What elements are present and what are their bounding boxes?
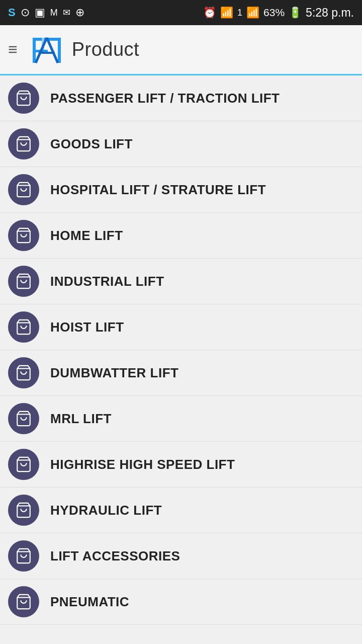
product-item[interactable]: HIGHRISE HIGH SPEED LIFT	[0, 442, 362, 488]
battery-text: 63%	[263, 7, 285, 19]
signal-icon: 📶	[246, 7, 259, 19]
product-item[interactable]: HOSPITAL LIFT / STRATURE LIFT	[0, 167, 362, 213]
product-icon-circle	[8, 220, 39, 251]
product-item[interactable]: LIFT ACCESSORIES	[0, 533, 362, 579]
product-icon-circle	[8, 540, 39, 572]
cart-icon	[15, 593, 32, 610]
product-label: HOME LIFT	[50, 228, 123, 244]
photo-icon: ▣	[35, 6, 45, 19]
product-item[interactable]: GOODS LIFT	[0, 121, 362, 167]
cart-icon	[15, 273, 32, 290]
product-label: MRL LIFT	[50, 411, 112, 427]
status-time: 5:28 p.m.	[306, 6, 354, 20]
product-label: PASSENGER LIFT / TRACTION LIFT	[50, 91, 280, 106]
cart-icon	[15, 135, 32, 152]
cart-icon	[15, 410, 32, 427]
product-icon-circle	[8, 495, 39, 526]
logo-svg	[30, 33, 64, 67]
page-title: Product	[72, 39, 139, 60]
menu-button[interactable]: ≡	[8, 40, 18, 59]
s-icon: S	[8, 6, 16, 19]
product-label: PNEUMATIC	[50, 594, 129, 610]
app-logo	[30, 33, 64, 67]
product-item[interactable]: DUMBWATTER LIFT	[0, 350, 362, 396]
product-icon-circle	[8, 403, 39, 434]
svg-rect-1	[58, 38, 61, 63]
product-icon-circle	[8, 266, 39, 297]
product-label: HIGHRISE HIGH SPEED LIFT	[50, 457, 235, 472]
cart-icon	[15, 318, 32, 336]
sim-icon: 1	[237, 8, 242, 18]
cart-icon	[15, 502, 32, 519]
cart-icon	[15, 456, 32, 473]
cart-icon	[15, 364, 32, 381]
product-item[interactable]: HYDRAULIC LIFT	[0, 488, 362, 533]
cart-icon	[15, 547, 32, 565]
product-item[interactable]: PASSENGER LIFT / TRACTION LIFT	[0, 75, 362, 121]
product-label: HOSPITAL LIFT / STRATURE LIFT	[50, 182, 266, 198]
product-icon-circle	[8, 586, 39, 617]
product-label: GOODS LIFT	[50, 136, 133, 152]
product-item[interactable]: HOIST LIFT	[0, 304, 362, 350]
product-icon-circle	[8, 174, 39, 205]
app-bar: ≡ Product	[0, 25, 362, 75]
svg-line-6	[47, 38, 58, 63]
product-item[interactable]: INDUSTRIAL LIFT	[0, 259, 362, 304]
product-label: DUMBWATTER LIFT	[50, 365, 178, 381]
alarm-icon: ⏰	[203, 7, 216, 19]
product-icon-circle	[8, 128, 39, 159]
product-icon-circle	[8, 83, 39, 114]
sync-icon: ⊕	[75, 6, 84, 19]
product-icon-circle	[8, 311, 39, 343]
status-bar-right: ⏰ 📶 1 📶 63% 🔋 5:28 p.m.	[203, 6, 354, 20]
product-item[interactable]: HOME LIFT	[0, 213, 362, 259]
product-label: HOIST LIFT	[50, 319, 124, 335]
product-list: PASSENGER LIFT / TRACTION LIFTGOODS LIFT…	[0, 75, 362, 625]
cart-icon	[15, 227, 32, 244]
email-icon: ✉	[63, 7, 70, 18]
whatsapp-icon: ⊙	[21, 6, 30, 19]
status-bar-left: S ⊙ ▣ M ✉ ⊕	[8, 6, 84, 19]
product-icon-circle	[8, 449, 39, 480]
cart-icon	[15, 181, 32, 198]
gmail-icon: M	[50, 8, 58, 18]
product-label: HYDRAULIC LIFT	[50, 503, 162, 518]
product-item[interactable]: PNEUMATIC	[0, 579, 362, 625]
wifi-icon: 📶	[220, 7, 233, 19]
product-label: INDUSTRIAL LIFT	[50, 274, 164, 289]
product-label: LIFT ACCESSORIES	[50, 548, 180, 564]
cart-icon	[15, 90, 32, 107]
product-icon-circle	[8, 357, 39, 388]
status-bar: S ⊙ ▣ M ✉ ⊕ ⏰ 📶 1 📶 63% 🔋 5:28 p.m.	[0, 0, 362, 25]
battery-icon: 🔋	[289, 7, 302, 19]
product-item[interactable]: MRL LIFT	[0, 396, 362, 442]
